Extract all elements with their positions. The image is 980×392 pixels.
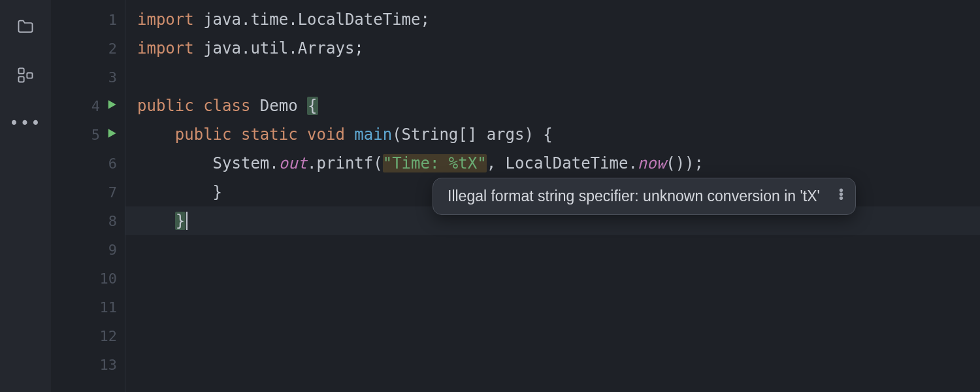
code-line (137, 264, 980, 293)
code-line: import java.time.LocalDateTime; (137, 5, 980, 34)
line-number: 12 (97, 328, 117, 344)
svg-rect-1 (19, 76, 24, 82)
warning-highlight: "Time: %tX" (383, 154, 487, 172)
code-line (137, 350, 980, 379)
project-tool-button[interactable] (14, 16, 37, 38)
editor-app: ••• 1 2 3 4 5 6 7 8 9 10 11 12 13 import… (0, 0, 980, 392)
line-number: 9 (97, 242, 117, 258)
code-line: import java.util.Arrays; (137, 34, 980, 63)
line-number: 3 (97, 69, 117, 86)
line-number: 5 (80, 127, 100, 143)
matched-brace: { (307, 97, 318, 115)
line-number: 1 (97, 12, 117, 28)
code-line (137, 321, 980, 350)
run-gutter-icon[interactable] (106, 99, 117, 112)
line-number: 11 (97, 299, 117, 316)
line-number: 4 (80, 98, 100, 114)
code-editor[interactable]: import java.time.LocalDateTime; import j… (125, 0, 980, 392)
line-number: 7 (97, 184, 117, 201)
run-gutter-icon[interactable] (106, 128, 117, 141)
code-line: public static void main(String[] args) { (137, 120, 980, 149)
code-line (137, 235, 980, 264)
tooltip-more-button[interactable]: ••• (839, 188, 843, 199)
inspection-tooltip[interactable]: Illegal format string specifier: unknown… (433, 178, 856, 215)
line-number: 13 (97, 357, 117, 373)
folder-icon (16, 18, 35, 36)
line-number: 2 (97, 41, 117, 57)
gutter: 1 2 3 4 5 6 7 8 9 10 11 12 13 (51, 0, 125, 392)
code-line: System.out.printf("Time: %tX", LocalDate… (137, 149, 980, 178)
code-line (137, 293, 980, 321)
structure-tool-button[interactable] (14, 64, 37, 86)
tooltip-text: Illegal format string specifier: unknown… (448, 188, 820, 205)
structure-icon (16, 66, 35, 84)
line-number: 10 (97, 270, 117, 287)
line-number: 6 (97, 155, 117, 172)
svg-rect-0 (19, 69, 24, 74)
code-line: public class Demo { (137, 91, 980, 120)
text-cursor (186, 212, 188, 230)
activity-bar: ••• (0, 0, 51, 392)
svg-rect-2 (27, 73, 32, 78)
code-line (137, 63, 980, 91)
matched-brace: } (175, 212, 186, 230)
line-number: 8 (97, 213, 117, 229)
more-tool-button[interactable]: ••• (14, 112, 37, 135)
more-icon: ••• (9, 114, 41, 133)
